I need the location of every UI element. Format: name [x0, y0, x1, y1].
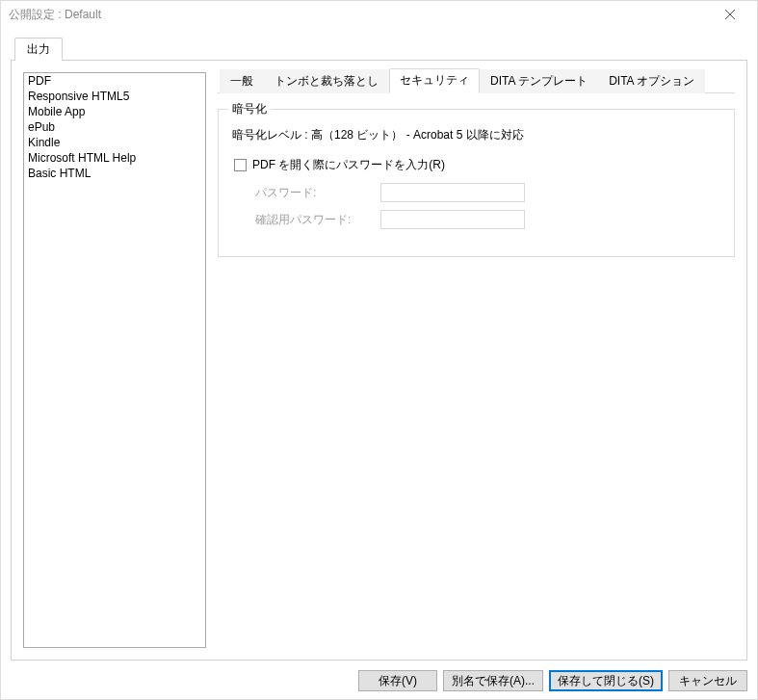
tab-label: 一般 [230, 74, 253, 88]
save-and-close-button[interactable]: 保存して閉じる(S) [549, 670, 663, 691]
confirm-password-label: 確認用パスワード: [255, 212, 380, 228]
tab-output[interactable]: 出力 [14, 38, 63, 61]
list-item[interactable]: Basic HTML [24, 166, 206, 181]
save-as-button[interactable]: 別名で保存(A)... [443, 670, 543, 691]
button-label: キャンセル [679, 674, 737, 687]
titlebar: 公開設定 : Default [1, 1, 757, 28]
outer-tab-header: 出力 [11, 39, 747, 61]
list-item[interactable]: Microsoft HTML Help [24, 150, 206, 166]
dialog-body: 出力 PDF Responsive HTML5 Mobile App ePub … [1, 28, 757, 699]
output-tab-container: 出力 PDF Responsive HTML5 Mobile App ePub … [11, 39, 747, 661]
encryption-group: 暗号化 暗号化レベル : 高（128 ビット） - Acrobat 5 以降に対… [218, 109, 735, 257]
password-label: パスワード: [255, 185, 380, 201]
close-button[interactable] [711, 1, 749, 28]
password-input[interactable] [380, 183, 525, 202]
checkbox-icon[interactable] [234, 159, 247, 171]
close-icon [725, 10, 735, 19]
list-item-label: Basic HTML [28, 167, 91, 180]
encryption-level-text: 暗号化レベル : 高（128 ビット） - Acrobat 5 以降に対応 [232, 127, 720, 143]
encryption-group-title: 暗号化 [228, 101, 271, 117]
tab-dita-templates[interactable]: DITA テンプレート [480, 69, 598, 93]
tab-label: トンボと裁ち落とし [274, 74, 379, 88]
tab-general[interactable]: 一般 [220, 69, 264, 93]
save-button[interactable]: 保存(V) [358, 670, 437, 691]
password-required-row[interactable]: PDF を開く際にパスワードを入力(R) [234, 157, 720, 173]
settings-column: 一般 トンボと裁ち落とし セキュリティ DITA テンプレート DITA オプシ… [218, 72, 735, 648]
tab-label: セキュリティ [400, 73, 469, 87]
list-item[interactable]: ePub [24, 119, 206, 135]
dialog-buttons: 保存(V) 別名で保存(A)... 保存して閉じる(S) キャンセル [358, 670, 747, 691]
tab-label: DITA テンプレート [490, 74, 588, 88]
list-item[interactable]: Mobile App [24, 104, 206, 119]
tab-label: DITA オプション [609, 74, 694, 88]
formats-listbox[interactable]: PDF Responsive HTML5 Mobile App ePub Kin… [23, 72, 206, 648]
tab-security[interactable]: セキュリティ [389, 68, 480, 93]
confirm-password-input[interactable] [380, 210, 525, 229]
list-item-label: PDF [28, 74, 51, 88]
cancel-button[interactable]: キャンセル [668, 670, 747, 691]
password-row: パスワード: [255, 183, 720, 202]
password-required-label: PDF を開く際にパスワードを入力(R) [252, 157, 445, 173]
button-label: 保存して閉じる(S) [558, 674, 654, 687]
button-label: 保存(V) [379, 674, 417, 687]
list-item[interactable]: Responsive HTML5 [24, 89, 206, 104]
list-item-label: Responsive HTML5 [28, 90, 129, 103]
list-item-label: ePub [28, 120, 55, 134]
list-item-label: Microsoft HTML Help [28, 151, 136, 165]
button-label: 別名で保存(A)... [452, 674, 535, 687]
confirm-password-row: 確認用パスワード: [255, 210, 720, 229]
list-item[interactable]: PDF [24, 73, 206, 89]
list-item[interactable]: Kindle [24, 135, 206, 150]
formats-column: PDF Responsive HTML5 Mobile App ePub Kin… [23, 72, 206, 648]
tab-output-label: 出力 [27, 42, 50, 56]
tab-dita-options[interactable]: DITA オプション [598, 69, 705, 93]
window-title: 公開設定 : Default [9, 7, 711, 23]
list-item-label: Kindle [28, 136, 60, 149]
tab-marks-bleeds[interactable]: トンボと裁ち落とし [264, 69, 389, 93]
list-item-label: Mobile App [28, 105, 85, 118]
inner-tabs: 一般 トンボと裁ち落とし セキュリティ DITA テンプレート DITA オプシ… [218, 72, 735, 93]
output-panel: PDF Responsive HTML5 Mobile App ePub Kin… [11, 60, 747, 661]
columns: PDF Responsive HTML5 Mobile App ePub Kin… [23, 72, 735, 648]
